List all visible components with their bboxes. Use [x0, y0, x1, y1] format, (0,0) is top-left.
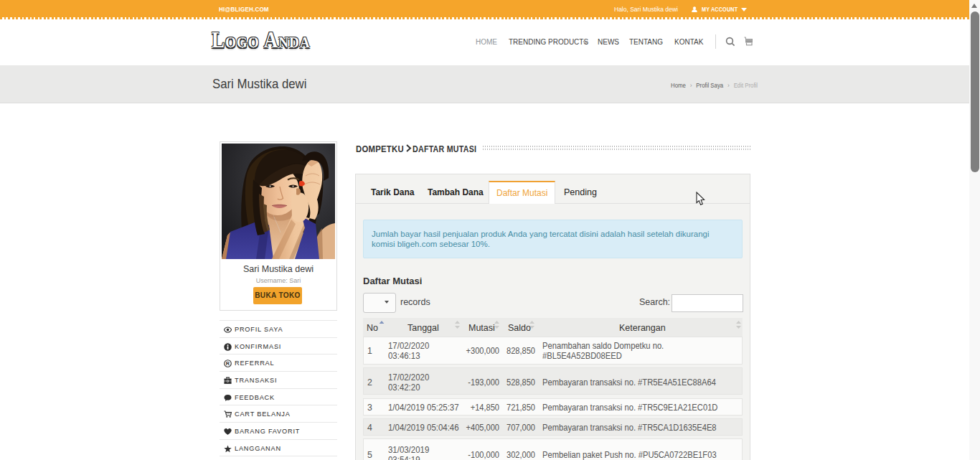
svg-text:R: R	[226, 360, 230, 367]
